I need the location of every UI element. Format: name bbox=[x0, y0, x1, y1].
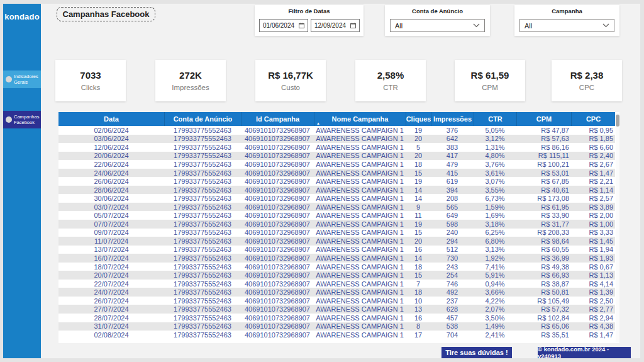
table-row[interactable]: 03/07/2024179933775552463406910107329689… bbox=[58, 203, 615, 212]
table-cell: AWARENESS CAMPAIGN 1 bbox=[314, 177, 406, 186]
column-header-conta-de-an-ncio[interactable]: Conta de Anúncio bbox=[164, 112, 241, 126]
table-scrollbar[interactable] bbox=[616, 113, 619, 342]
column-header-ctr[interactable]: CTR bbox=[474, 112, 516, 126]
table-cell: 40691010732968907 bbox=[241, 211, 314, 220]
kpi-value: R$ 2,38 bbox=[570, 70, 604, 81]
table-cell: R$ 49,38 bbox=[516, 263, 571, 271]
table-cell: R$ 50,81 bbox=[516, 288, 571, 297]
kpi-value: R$ 61,59 bbox=[471, 70, 509, 81]
kpi-card-cpc: R$ 2,38 CPC bbox=[552, 60, 622, 101]
table-cell: 40691010732968907 bbox=[241, 280, 314, 288]
column-header-cpc[interactable]: CPC bbox=[571, 112, 615, 126]
column-header-id-campanha[interactable]: Id Campanha bbox=[241, 112, 314, 126]
table-cell: 17 bbox=[406, 331, 431, 339]
column-header-nome-campanha[interactable]: Nome Campanha▲ bbox=[314, 112, 406, 126]
table-cell: 15 bbox=[406, 169, 431, 178]
table-row[interactable]: 16/07/2024179933775552463406910107329689… bbox=[58, 254, 615, 263]
table-cell: 18 bbox=[406, 288, 431, 297]
scrollbar-thumb[interactable] bbox=[616, 115, 619, 127]
table-row[interactable]: 02/06/2024179933775552463406910107329689… bbox=[58, 126, 615, 135]
table-cell: AWARENESS CAMPAIGN 1 bbox=[314, 297, 406, 305]
column-header-impress-es[interactable]: Impressões bbox=[431, 112, 474, 126]
table-cell: 40691010732968907 bbox=[241, 126, 314, 135]
table-row[interactable]: 27/07/2024179933775552463406910107329689… bbox=[58, 305, 615, 314]
table-row[interactable]: 30/06/2024179933775552463406910107329689… bbox=[58, 194, 615, 203]
table-row[interactable]: 24/06/2024179933775552463406910107329689… bbox=[58, 169, 615, 178]
table-cell: 179933775552463 bbox=[164, 322, 241, 331]
table-cell: 19 bbox=[406, 220, 431, 229]
table-cell: 394 bbox=[431, 186, 474, 195]
table-cell: 27/07/2024 bbox=[58, 305, 164, 314]
table-cell: 179933775552463 bbox=[164, 152, 241, 161]
campaign-dropdown[interactable]: All bbox=[519, 19, 614, 32]
table-cell: R$ 1,47 bbox=[571, 331, 615, 339]
table-cell: 179933775552463 bbox=[164, 263, 241, 271]
table-cell: 642 bbox=[431, 135, 474, 144]
table-row[interactable]: 02/08/2024179933775552463406910107329689… bbox=[58, 331, 615, 339]
table-cell: 704 bbox=[431, 331, 474, 339]
table-row[interactable]: 26/07/2024179933775552463406910107329689… bbox=[58, 297, 615, 305]
table-row[interactable]: 22/06/2024179933775552463406910107329689… bbox=[58, 160, 615, 169]
table-cell: 1,92% bbox=[474, 254, 516, 263]
table-cell: 40691010732968907 bbox=[241, 143, 314, 152]
table-row[interactable]: 20/06/2024179933775552463406910107329689… bbox=[58, 152, 615, 161]
end-date-value: 12/09/2024 bbox=[314, 22, 346, 29]
table-cell: R$ 4,38 bbox=[571, 322, 615, 331]
end-date-input[interactable]: 12/09/2024 bbox=[311, 19, 360, 32]
table-cell: R$ 2,67 bbox=[571, 160, 615, 169]
table-cell: 179933775552463 bbox=[164, 177, 241, 186]
table-cell: R$ 100,21 bbox=[516, 160, 571, 169]
table-cell: 538 bbox=[431, 322, 474, 331]
help-button[interactable]: Tire suas dúvidas ! bbox=[441, 347, 512, 358]
table-row[interactable]: 12/06/2024179933775552463406910107329689… bbox=[58, 143, 615, 152]
table-row[interactable]: 20/07/2024179933775552463406910107329689… bbox=[58, 271, 615, 280]
table-cell: R$ 2,57 bbox=[571, 194, 615, 203]
table-cell: 2,41% bbox=[474, 331, 516, 339]
table-row[interactable]: 24/07/2024179933775552463406910107329689… bbox=[58, 288, 615, 297]
column-header-cliques[interactable]: Cliques bbox=[406, 112, 431, 126]
table-cell: 40691010732968907 bbox=[241, 186, 314, 195]
table-row[interactable]: 11/07/2024179933775552463406910107329689… bbox=[58, 237, 615, 246]
table-cell: 237 bbox=[431, 297, 474, 305]
table-cell: R$ 2,40 bbox=[571, 152, 615, 161]
table-row[interactable]: 13/07/2024179933775552463406910107329689… bbox=[58, 246, 615, 254]
calendar-icon[interactable] bbox=[350, 23, 356, 28]
start-date-input[interactable]: 01/06/2024 bbox=[259, 19, 308, 32]
sidebar-item-label: Campanhas Facebook bbox=[14, 114, 39, 126]
table-cell: R$ 2,50 bbox=[571, 297, 615, 305]
table-row[interactable]: 22/07/2024179933775552463406910107329689… bbox=[58, 280, 615, 288]
table-cell: 16 bbox=[406, 246, 431, 254]
table-cell: R$ 33,90 bbox=[516, 211, 571, 220]
column-header-cpm[interactable]: CPM bbox=[516, 112, 571, 126]
table-cell: AWARENESS CAMPAIGN 1 bbox=[314, 254, 406, 263]
table-row[interactable]: 07/07/2024179933775552463406910107329689… bbox=[58, 220, 615, 229]
table-row[interactable]: 31/07/2024179933775552463406910107329689… bbox=[58, 322, 615, 331]
table-cell: R$ 60,55 bbox=[516, 246, 571, 254]
table-cell: 8 bbox=[406, 322, 431, 331]
table-cell: R$ 2,00 bbox=[571, 211, 615, 220]
kpi-label: CTR bbox=[383, 84, 398, 91]
kpi-label: Impressões bbox=[172, 84, 209, 91]
calendar-icon[interactable] bbox=[299, 23, 304, 28]
sidebar-item-indicadores-gerais[interactable]: Indicadores Gerais bbox=[3, 71, 41, 88]
table-row[interactable]: 03/06/2024179933775552463406910107329689… bbox=[58, 135, 615, 144]
table-cell: R$ 35,51 bbox=[516, 331, 571, 339]
table-cell: 730 bbox=[431, 254, 474, 263]
table-row[interactable]: 28/07/2024179933775552463406910107329689… bbox=[58, 314, 615, 322]
table-row[interactable]: 28/06/2024179933775552463406910107329689… bbox=[58, 186, 615, 195]
kpi-value: 7033 bbox=[80, 70, 101, 81]
table-row[interactable]: 18/07/2024179933775552463406910107329689… bbox=[58, 263, 615, 271]
table-cell: R$ 1,47 bbox=[571, 169, 615, 178]
kpi-card-ctr: 2,58% CTR bbox=[355, 60, 426, 101]
table-cell: 2,07% bbox=[474, 305, 516, 314]
table-row[interactable]: 09/07/2024179933775552463406910107329689… bbox=[58, 229, 615, 237]
table-cell: AWARENESS CAMPAIGN 1 bbox=[314, 263, 406, 271]
table-cell: R$ 57,32 bbox=[516, 305, 571, 314]
sidebar-item-campanhas-facebook[interactable]: Campanhas Facebook bbox=[3, 111, 41, 128]
column-header-data[interactable]: Data bbox=[58, 112, 164, 126]
table-cell: 294 bbox=[431, 237, 474, 246]
table-row[interactable]: 26/06/2024179933775552463406910107329689… bbox=[58, 177, 615, 186]
table-cell: 6,73% bbox=[474, 194, 516, 203]
account-dropdown[interactable]: All bbox=[390, 19, 485, 32]
table-row[interactable]: 05/07/2024179933775552463406910107329689… bbox=[58, 211, 615, 220]
